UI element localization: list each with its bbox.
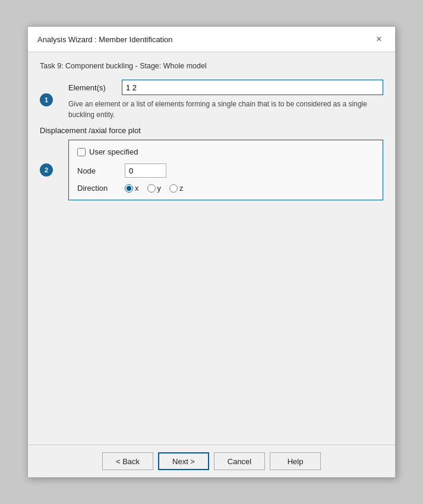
back-button[interactable]: < Back — [102, 452, 153, 470]
direction-z-radio[interactable] — [169, 184, 178, 193]
direction-x-item[interactable]: x — [125, 184, 139, 193]
elements-label: Element(s) — [68, 83, 122, 92]
direction-y-radio[interactable] — [147, 184, 156, 193]
cancel-button[interactable]: Cancel — [214, 452, 265, 470]
direction-z-label: z — [179, 184, 184, 193]
elements-section: 1 Element(s) Give an element or a list o… — [68, 80, 383, 120]
user-specified-row: User specified — [77, 147, 374, 156]
direction-z-item[interactable]: z — [169, 184, 184, 193]
node-input[interactable] — [125, 163, 166, 178]
displacement-title: Displacement /axial force plot — [40, 126, 383, 135]
task-label: Task 9: Component buckling - Stage: Whol… — [40, 62, 383, 70]
content-area: Task 9: Component buckling - Stage: Whol… — [28, 52, 395, 445]
hint-text: Give an element or a list of elements fo… — [68, 99, 383, 120]
dialog-title: Analysis Wizard : Member Identification — [37, 35, 173, 44]
direction-y-item[interactable]: y — [147, 184, 162, 193]
direction-y-label: y — [157, 184, 162, 193]
step-badge-1: 1 — [40, 93, 53, 106]
elements-field-row: Element(s) — [68, 80, 383, 95]
analysis-wizard-dialog: Analysis Wizard : Member Identification … — [27, 26, 396, 478]
node-row: Node — [77, 163, 374, 178]
elements-input[interactable] — [122, 80, 383, 95]
help-button[interactable]: Help — [270, 452, 321, 470]
direction-radio-group: x y z — [125, 184, 184, 193]
next-button[interactable]: Next > — [158, 452, 209, 470]
close-button[interactable]: × — [373, 33, 386, 46]
user-specified-label[interactable]: User specified — [89, 147, 138, 156]
direction-x-radio[interactable] — [125, 184, 133, 193]
displacement-section: 2 User specified Node Direction — [68, 140, 383, 200]
node-label: Node — [77, 166, 125, 175]
footer: < Back Next > Cancel Help — [28, 445, 395, 477]
displacement-box: User specified Node Direction x — [68, 140, 383, 200]
direction-label: Direction — [77, 184, 125, 193]
title-bar: Analysis Wizard : Member Identification … — [28, 27, 395, 52]
user-specified-checkbox[interactable] — [77, 148, 86, 156]
direction-row: Direction x y z — [77, 184, 374, 193]
direction-x-label: x — [135, 184, 139, 193]
step-badge-2: 2 — [40, 163, 53, 177]
